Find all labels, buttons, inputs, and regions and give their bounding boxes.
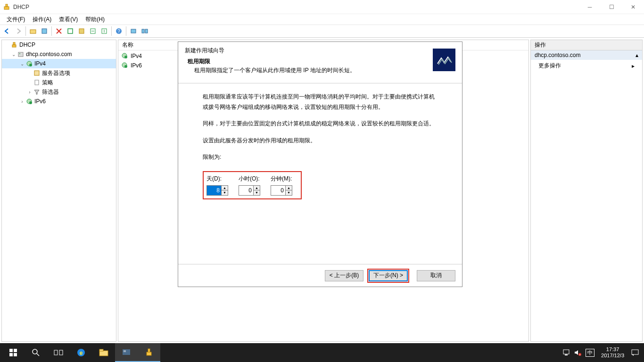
menu-file[interactable]: 文件(F) — [3, 15, 29, 25]
options-icon — [33, 69, 41, 77]
action2-button[interactable] — [99, 26, 109, 36]
spin-up-icon[interactable]: ▲ — [286, 186, 292, 191]
hours-label: 小时(O): — [239, 174, 260, 184]
minutes-spinner[interactable]: ▲▼ — [271, 185, 292, 196]
svg-rect-28 — [14, 349, 17, 352]
svg-point-18 — [29, 64, 32, 66]
spin-up-icon[interactable]: ▲ — [222, 186, 228, 191]
wizard-section-desc: 租用期限指定了一个客户端从此作用域使用 IP 地址的时间长短。 — [194, 66, 433, 74]
properties-button[interactable] — [39, 26, 50, 36]
app-icon — [3, 3, 10, 11]
svg-text:e: e — [80, 350, 83, 356]
delete-button[interactable] — [54, 26, 64, 36]
tray-network-icon[interactable] — [563, 349, 570, 356]
svg-line-32 — [37, 354, 39, 356]
hours-input[interactable] — [239, 186, 253, 195]
title-bar: DHCP ─ ☐ ✕ — [0, 0, 644, 14]
tree-filter[interactable]: › 筛选器 — [2, 87, 116, 97]
ipv4-icon — [25, 60, 33, 67]
help-button[interactable]: ? — [114, 26, 124, 36]
svg-rect-12 — [145, 29, 148, 33]
svg-rect-30 — [14, 353, 17, 356]
days-spinner[interactable]: ▲▼ — [206, 185, 228, 196]
collapse-icon[interactable]: ▴ — [636, 52, 638, 58]
content-panel: 名称 IPv4 IPv6 新建作用域向导 租用期限 租用期限指定了一个客户端从此… — [118, 40, 529, 342]
cancel-button[interactable]: 取消 — [417, 270, 455, 281]
svg-rect-15 — [18, 52, 23, 57]
twisty-icon[interactable]: › — [26, 90, 33, 95]
ipv4-icon — [121, 52, 129, 60]
minimize-button[interactable]: ─ — [579, 0, 601, 14]
tray-clock[interactable]: 17:37 2017/12/3 — [598, 346, 627, 359]
menu-view[interactable]: 查看(V) — [55, 15, 82, 25]
svg-point-26 — [124, 65, 127, 68]
task-view-button[interactable] — [47, 343, 70, 362]
twisty-icon[interactable]: ⌄ — [19, 61, 25, 66]
minutes-label: 分钟(M): — [271, 174, 292, 184]
start-button[interactable] — [2, 343, 25, 362]
tree-ipv6[interactable]: › IPv6 — [2, 97, 116, 106]
twisty-icon[interactable]: › — [19, 99, 25, 104]
twisty-icon[interactable]: ⌄ — [10, 52, 17, 57]
policy-icon — [33, 79, 41, 86]
tree-server[interactable]: ⌄ dhcp.contoso.com — [2, 49, 116, 59]
tree-policy[interactable]: 策略 — [2, 78, 116, 87]
taskbar-server-manager[interactable] — [115, 343, 138, 362]
server-icon — [17, 50, 25, 58]
search-button[interactable] — [25, 343, 47, 362]
view1-button[interactable] — [128, 26, 139, 36]
menu-bar: 文件(F) 操作(A) 查看(V) 帮助(H) — [0, 14, 644, 25]
window-title: DHCP — [13, 4, 29, 10]
taskbar-ie[interactable]: e — [70, 343, 92, 362]
tray-notifications-icon[interactable] — [631, 348, 639, 357]
view2-button[interactable] — [140, 26, 150, 36]
actions-more[interactable]: 更多操作 ▸ — [531, 60, 642, 72]
spin-down-icon[interactable]: ▼ — [254, 190, 260, 195]
minutes-input[interactable] — [271, 186, 285, 195]
svg-rect-11 — [142, 29, 144, 33]
svg-point-31 — [33, 349, 37, 354]
actions-server-heading[interactable]: dhcp.contoso.com ▴ — [531, 50, 642, 60]
spin-down-icon[interactable]: ▼ — [222, 190, 228, 195]
close-button[interactable]: ✕ — [622, 0, 644, 14]
up-folder-button[interactable] — [28, 26, 38, 36]
refresh-button[interactable] — [65, 26, 75, 36]
actions-panel: 操作 dhcp.contoso.com ▴ 更多操作 ▸ — [530, 40, 643, 342]
back-button[interactable] — [2, 26, 12, 36]
export-button[interactable] — [76, 26, 87, 36]
maximize-button[interactable]: ☐ — [601, 0, 622, 14]
svg-rect-40 — [124, 350, 126, 352]
days-input[interactable] — [207, 186, 221, 195]
svg-rect-10 — [131, 29, 136, 33]
svg-rect-38 — [99, 349, 103, 351]
action1-button[interactable] — [88, 26, 98, 36]
spin-up-icon[interactable]: ▲ — [254, 186, 260, 191]
spin-down-icon[interactable]: ▼ — [286, 190, 292, 195]
ipv6-icon — [121, 62, 129, 69]
svg-point-22 — [29, 101, 32, 104]
chevron-right-icon: ▸ — [632, 63, 635, 69]
svg-rect-13 — [12, 45, 16, 47]
tray-ime[interactable]: 中 — [586, 349, 594, 357]
svg-rect-5 — [79, 29, 84, 33]
tree-ipv4[interactable]: ⌄ IPv4 — [2, 59, 116, 68]
svg-point-16 — [19, 53, 20, 54]
svg-rect-27 — [9, 349, 13, 352]
wizard-para3: 设置由此服务器分发时的作用域的租用期限。 — [203, 136, 438, 146]
hours-spinner[interactable]: ▲▼ — [239, 185, 260, 196]
tree-server-options[interactable]: 服务器选项 — [2, 68, 116, 78]
back-button[interactable]: < 上一步(B) — [325, 270, 363, 281]
next-button[interactable]: 下一步(N) > — [369, 270, 408, 281]
wizard-section-title: 租用期限 — [188, 58, 433, 66]
menu-help[interactable]: 帮助(H) — [82, 15, 108, 25]
taskbar: e x 中 17:37 2017/12/3 — [0, 343, 644, 362]
taskbar-dhcp[interactable] — [138, 343, 160, 362]
svg-rect-4 — [68, 29, 73, 33]
filter-icon — [33, 88, 41, 96]
tray-volume-icon[interactable]: x — [574, 349, 582, 356]
tree-root-dhcp[interactable]: DHCP — [2, 40, 116, 49]
menu-action[interactable]: 操作(A) — [29, 15, 55, 25]
forward-button[interactable] — [13, 26, 24, 36]
taskbar-explorer[interactable] — [92, 343, 115, 362]
days-label: 天(D): — [206, 174, 228, 184]
